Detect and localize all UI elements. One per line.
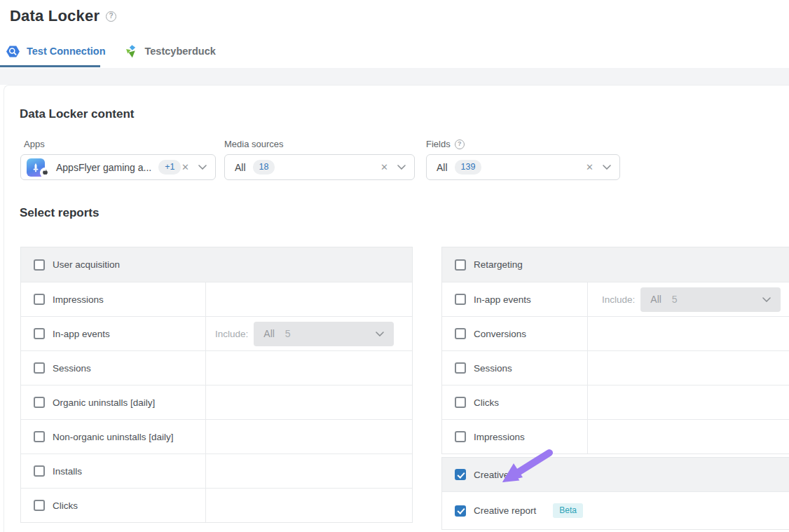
- apps-count-badge: +1: [158, 160, 181, 174]
- help-icon[interactable]: ?: [106, 11, 116, 22]
- table-header-label: User acquisition: [53, 259, 120, 270]
- media-sources-select[interactable]: All 18 ✕: [224, 154, 415, 180]
- table-row: Impressions: [21, 282, 412, 316]
- rt-conversions-checkbox[interactable]: [455, 328, 466, 339]
- fields-select[interactable]: All 139 ✕: [426, 154, 620, 180]
- sessions-checkbox[interactable]: [34, 362, 45, 374]
- impressions-checkbox[interactable]: [34, 294, 45, 305]
- row-label: Organic uninstalls [daily]: [53, 397, 155, 408]
- row-label: Clicks: [474, 397, 499, 408]
- table-row: Creative report Beta: [442, 491, 789, 529]
- fields-label-text: Fields: [426, 139, 451, 149]
- creative-table: Creative Creative report Beta: [441, 457, 789, 530]
- media-sources-label: Media sources: [224, 139, 284, 149]
- row-label: Impressions: [53, 294, 104, 305]
- data-locker-content-card: Data Locker content Apps Media sources F…: [4, 85, 789, 532]
- tab-test-connection[interactable]: Test Connection: [6, 41, 106, 61]
- row-label: Conversions: [474, 329, 526, 339]
- chevron-down-icon: [762, 297, 771, 302]
- fields-count-badge: 139: [455, 160, 482, 174]
- page-header: Data Locker ?: [10, 7, 116, 25]
- clear-icon[interactable]: ✕: [380, 163, 388, 172]
- include-value: All: [263, 328, 275, 339]
- include-count: 5: [672, 294, 678, 305]
- row-label: Installs: [53, 466, 82, 477]
- beta-badge: Beta: [553, 503, 583, 517]
- clicks-checkbox[interactable]: [34, 500, 45, 511]
- row-label: In-app events: [53, 329, 110, 339]
- clear-icon[interactable]: ✕: [586, 163, 594, 172]
- row-label: Sessions: [474, 363, 512, 374]
- cyberduck-icon: [124, 44, 139, 59]
- cloud-hexagon-icon: [6, 44, 20, 59]
- chevron-down-icon[interactable]: [603, 165, 611, 170]
- page-title: Data Locker: [10, 7, 100, 25]
- table-header-row: User acquisition: [21, 247, 412, 282]
- table-row: Sessions: [21, 350, 412, 385]
- retargeting-table: Retargeting In-app events Include: All 5…: [441, 247, 789, 454]
- app-icon-wrap: [27, 158, 50, 177]
- table-row: Clicks: [21, 488, 412, 522]
- row-label: In-app events: [474, 294, 531, 305]
- rt-in-app-events-checkbox[interactable]: [455, 294, 466, 305]
- table-row: In-app events Include: All 5: [21, 316, 412, 350]
- chevron-down-icon: [376, 332, 384, 336]
- table-row: In-app events Include: All 5: [442, 282, 789, 316]
- include-count: 5: [285, 328, 291, 339]
- creative-checkbox[interactable]: [455, 469, 466, 480]
- apple-platform-icon: [40, 168, 50, 178]
- content-heading: Data Locker content: [20, 107, 134, 121]
- table-row: Clicks: [442, 385, 789, 419]
- tab-label: Test Connection: [27, 46, 106, 57]
- row-label: Clicks: [53, 500, 78, 511]
- apps-select-value: AppsFlyer gaming a...: [56, 162, 151, 173]
- table-row: Installs: [21, 453, 412, 488]
- table-header-label: Creative: [474, 470, 509, 480]
- user-acquisition-checkbox[interactable]: [34, 259, 45, 271]
- tab-label: Testcyberduck: [145, 46, 216, 57]
- include-label: Include:: [602, 294, 635, 305]
- row-label: Non-organic uninstalls [daily]: [53, 432, 174, 442]
- fields-help-icon[interactable]: ?: [455, 139, 465, 149]
- include-select: All 5: [640, 287, 781, 312]
- organic-uninstalls-checkbox[interactable]: [34, 397, 45, 408]
- page-background-band: [0, 68, 789, 85]
- apps-label: Apps: [24, 139, 45, 149]
- user-acquisition-table: User acquisition Impressions In-app even…: [20, 247, 413, 523]
- clear-icon[interactable]: ✕: [181, 163, 189, 172]
- rt-sessions-checkbox[interactable]: [455, 362, 466, 374]
- chevron-down-icon[interactable]: [198, 165, 207, 170]
- tab-bar: Test Connection Testcyberduck: [6, 41, 216, 61]
- rt-impressions-checkbox[interactable]: [455, 431, 466, 442]
- table-row: Conversions: [442, 316, 789, 350]
- table-header-label: Retargeting: [474, 259, 523, 270]
- table-header-row: Creative: [442, 458, 789, 491]
- retargeting-checkbox[interactable]: [455, 259, 466, 271]
- include-select: All 5: [254, 322, 394, 346]
- tab-testcyberduck[interactable]: Testcyberduck: [124, 41, 216, 61]
- installs-checkbox[interactable]: [34, 465, 45, 477]
- table-header-row: Retargeting: [442, 247, 789, 282]
- apps-select[interactable]: AppsFlyer gaming a... +1 ✕: [20, 154, 216, 180]
- row-label: Sessions: [53, 363, 91, 374]
- non-organic-uninstalls-checkbox[interactable]: [34, 431, 45, 442]
- active-tab-underline: [0, 65, 100, 67]
- row-label: Creative report: [474, 505, 536, 516]
- media-sources-select-value: All: [235, 162, 246, 173]
- table-row: Sessions: [442, 350, 789, 385]
- row-label: Impressions: [474, 432, 525, 442]
- include-label: Include:: [215, 329, 248, 339]
- in-app-events-checkbox[interactable]: [34, 328, 45, 339]
- fields-select-value: All: [437, 162, 448, 173]
- media-sources-count-badge: 18: [253, 160, 275, 174]
- rt-clicks-checkbox[interactable]: [455, 397, 466, 408]
- creative-report-checkbox[interactable]: [455, 505, 466, 517]
- chevron-down-icon[interactable]: [397, 165, 406, 170]
- reports-heading: Select reports: [20, 206, 99, 220]
- table-row: Organic uninstalls [daily]: [21, 385, 412, 419]
- table-row: Impressions: [442, 419, 789, 453]
- fields-label: Fields ?: [426, 139, 465, 149]
- include-value: All: [650, 294, 661, 305]
- table-row: Non-organic uninstalls [daily]: [21, 419, 412, 453]
